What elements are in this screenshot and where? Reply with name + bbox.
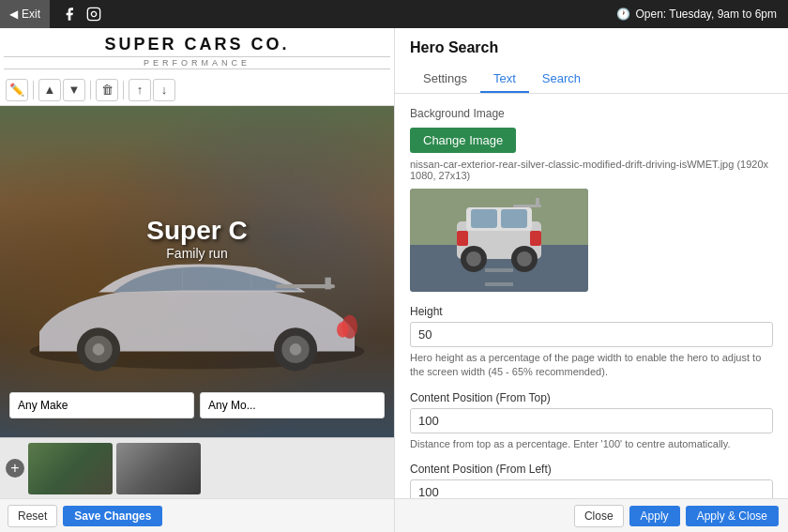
svg-rect-29 [457, 231, 468, 246]
svg-point-26 [517, 251, 532, 266]
close-button[interactable]: Close [574, 505, 624, 527]
facebook-icon[interactable] [61, 6, 78, 23]
exit-button[interactable]: ◀ Exit [0, 0, 50, 28]
hero-text-overlay: Super C Family run [146, 216, 247, 261]
thumbnail-2[interactable] [116, 443, 201, 494]
site-logo-sub: PERFORMANCE [4, 56, 390, 69]
search-model-select[interactable]: Any Mo... [200, 392, 385, 418]
exit-arrow-icon: ◀ [9, 8, 18, 21]
right-panel-content: Background Image Change Image nissan-car… [395, 94, 788, 498]
hero-search-bar: Any Make Any Mo... [9, 392, 385, 418]
hero-subtitle: Family run [146, 246, 247, 261]
instagram-icon[interactable] [85, 6, 102, 23]
save-changes-button[interactable]: Save Changes [63, 506, 162, 526]
top-bar: ◀ Exit 🕐 Open: Tuesday, 9am to 6pm [0, 0, 788, 28]
site-logo: SUPER CARS CO. [4, 36, 390, 54]
apply-button[interactable]: Apply [629, 506, 680, 526]
tab-text[interactable]: Text [480, 66, 529, 93]
right-panel: Hero Search Settings Text Search Backgro… [394, 28, 788, 532]
svg-rect-28 [536, 198, 539, 207]
image-filename: nissan-car-exterior-rear-silver-classic-… [410, 159, 773, 181]
main-layout: SUPER CARS CO. PERFORMANCE ✏️ ▲ ▼ 🗑 ↑ ↓ [0, 28, 788, 532]
svg-rect-0 [87, 8, 99, 20]
svg-point-5 [93, 343, 105, 356]
height-input[interactable] [410, 322, 773, 347]
left-panel: SUPER CARS CO. PERFORMANCE ✏️ ▲ ▼ 🗑 ↑ ↓ [0, 28, 394, 532]
hero-section: Super C Family run Any Make Any Mo... [0, 106, 394, 437]
clock-icon: 🕐 [616, 8, 630, 21]
content-pos-top-hint: Distance from top as a percentage. Enter… [410, 437, 773, 451]
svg-rect-10 [326, 278, 331, 290]
content-pos-left-label: Content Position (From Left) [410, 463, 773, 476]
exit-label: Exit [22, 8, 40, 21]
delete-button[interactable]: 🗑 [96, 79, 118, 101]
svg-rect-17 [485, 268, 513, 272]
right-bottom-bar: Close Apply Apply & Close [395, 498, 788, 532]
move-down-button[interactable]: ▼ [63, 79, 85, 101]
tabs: Settings Text Search [410, 66, 773, 93]
download-button[interactable]: ↓ [153, 79, 175, 101]
reset-button[interactable]: Reset [8, 505, 57, 527]
toolbar-separator-3 [123, 81, 124, 99]
search-make-select[interactable]: Any Make [9, 392, 194, 418]
svg-rect-18 [485, 282, 513, 286]
content-pos-top-label: Content Position (From Top) [410, 391, 773, 404]
thumbnail-strip: + [0, 437, 394, 498]
svg-point-8 [290, 343, 302, 356]
svg-rect-22 [501, 209, 527, 228]
hero-title: Super C [146, 216, 247, 246]
social-icons [50, 6, 114, 23]
image-preview [410, 189, 588, 292]
svg-point-24 [466, 251, 481, 266]
svg-rect-30 [530, 231, 541, 246]
svg-rect-21 [471, 209, 497, 228]
open-time-text: Open: Tuesday, 9am to 6pm [635, 8, 777, 21]
tab-search[interactable]: Search [529, 66, 594, 93]
add-thumbnail-button[interactable]: + [6, 459, 24, 478]
apply-close-button[interactable]: Apply & Close [686, 506, 779, 526]
edit-button[interactable]: ✏️ [6, 79, 28, 101]
bg-image-label: Background Image [410, 107, 773, 120]
tab-settings[interactable]: Settings [410, 66, 480, 93]
height-label: Height [410, 305, 773, 318]
toolbar-separator [33, 81, 34, 99]
content-pos-left-input[interactable] [410, 479, 773, 498]
right-panel-header: Hero Search Settings Text Search [395, 28, 788, 94]
left-bottom-bar: Reset Save Changes [0, 498, 394, 532]
toolbar-separator-2 [90, 81, 91, 99]
site-header: SUPER CARS CO. PERFORMANCE [0, 28, 394, 75]
upload-button[interactable]: ↑ [129, 79, 151, 101]
content-pos-top-input[interactable] [410, 408, 773, 433]
svg-point-12 [337, 322, 349, 338]
move-up-button[interactable]: ▲ [38, 79, 61, 101]
editor-toolbar: ✏️ ▲ ▼ 🗑 ↑ ↓ [0, 75, 394, 106]
open-time: 🕐 Open: Tuesday, 9am to 6pm [616, 8, 788, 21]
change-image-button[interactable]: Change Image [410, 128, 516, 153]
height-hint: Hero height as a percentage of the page … [410, 351, 773, 380]
panel-title: Hero Search [410, 39, 773, 56]
thumbnail-1[interactable] [28, 443, 113, 494]
